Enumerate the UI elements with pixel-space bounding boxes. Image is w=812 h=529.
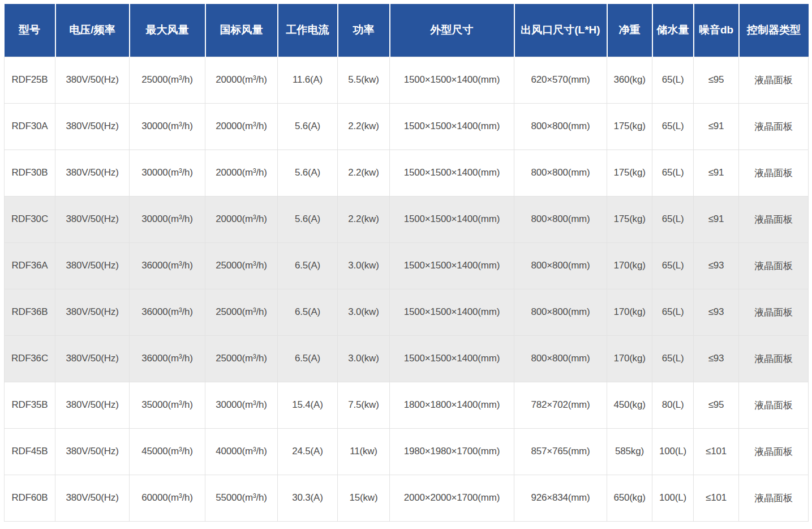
- header-cell-3: 国标风量: [205, 4, 278, 57]
- table-cell: 450(kg): [607, 382, 652, 428]
- table-cell: ≤95: [694, 382, 739, 428]
- table-cell: 25000(m³/h): [205, 335, 278, 382]
- table-cell: 液晶面板: [739, 428, 809, 475]
- table-cell: 380V/50(Hz): [55, 382, 130, 428]
- table-row: RDF36C380V/50(Hz)36000(m³/h)25000(m³/h)6…: [5, 335, 809, 382]
- table-cell: 800×800(mm): [514, 196, 607, 242]
- table-cell: 液晶面板: [739, 150, 809, 196]
- table-cell: 5.6(A): [278, 196, 338, 242]
- header-cell-10: 噪音db: [694, 4, 739, 57]
- table-cell: 65(L): [652, 335, 694, 382]
- table-row: RDF36B380V/50(Hz)36000(m³/h)25000(m³/h)6…: [5, 289, 809, 335]
- spec-table-container: 型号电压/频率最大风量国标风量工作电流功率外型尺寸出风口尺寸(L*H)净重储水量…: [0, 0, 812, 526]
- table-cell: 5.5(kw): [338, 57, 390, 103]
- table-cell: 60000(m³/h): [130, 475, 205, 521]
- table-cell: ≤91: [694, 150, 739, 196]
- table-cell: 380V/50(Hz): [55, 57, 130, 103]
- table-cell: 30000(m³/h): [130, 196, 205, 242]
- table-cell: 30000(m³/h): [205, 382, 278, 428]
- table-cell: 30000(m³/h): [130, 150, 205, 196]
- table-cell: 2.2(kw): [338, 150, 390, 196]
- table-cell: RDF30A: [5, 103, 55, 150]
- table-cell: ≤91: [694, 103, 739, 150]
- table-cell: 液晶面板: [739, 335, 809, 382]
- table-cell: 11(kw): [338, 428, 390, 475]
- table-cell: ≤93: [694, 242, 739, 289]
- table-cell: 20000(m³/h): [205, 196, 278, 242]
- spec-table-header: 型号电压/频率最大风量国标风量工作电流功率外型尺寸出风口尺寸(L*H)净重储水量…: [5, 4, 809, 57]
- header-row: 型号电压/频率最大风量国标风量工作电流功率外型尺寸出风口尺寸(L*H)净重储水量…: [5, 4, 809, 57]
- spec-table-body: RDF25B380V/50(Hz)25000(m³/h)20000(m³/h)1…: [5, 57, 809, 521]
- table-cell: 3.0(kw): [338, 242, 390, 289]
- table-cell: 11.6(A): [278, 57, 338, 103]
- table-cell: 650(kg): [607, 475, 652, 521]
- table-cell: 5.6(A): [278, 103, 338, 150]
- table-cell: 20000(m³/h): [205, 150, 278, 196]
- table-cell: 100(L): [652, 428, 694, 475]
- table-cell: 65(L): [652, 57, 694, 103]
- table-cell: 380V/50(Hz): [55, 103, 130, 150]
- table-cell: 380V/50(Hz): [55, 289, 130, 335]
- table-cell: 5.6(A): [278, 150, 338, 196]
- table-cell: RDF30C: [5, 196, 55, 242]
- table-cell: 857×765(mm): [514, 428, 607, 475]
- table-cell: 782×702(mm): [514, 382, 607, 428]
- table-cell: 25000(m³/h): [205, 289, 278, 335]
- table-cell: 液晶面板: [739, 289, 809, 335]
- table-cell: 2.2(kw): [338, 196, 390, 242]
- table-cell: 液晶面板: [739, 242, 809, 289]
- table-cell: 65(L): [652, 289, 694, 335]
- table-cell: 1500×1500×1400(mm): [390, 335, 514, 382]
- table-cell: 液晶面板: [739, 196, 809, 242]
- table-cell: 40000(m³/h): [205, 428, 278, 475]
- table-cell: 6.5(A): [278, 289, 338, 335]
- table-cell: 1500×1500×1400(mm): [390, 150, 514, 196]
- table-cell: 36000(m³/h): [130, 289, 205, 335]
- table-cell: RDF25B: [5, 57, 55, 103]
- table-cell: 25000(m³/h): [130, 57, 205, 103]
- table-row: RDF60B380V/50(Hz)60000(m³/h)55000(m³/h)3…: [5, 475, 809, 521]
- table-cell: 15(kw): [338, 475, 390, 521]
- table-cell: 380V/50(Hz): [55, 335, 130, 382]
- table-cell: 3.0(kw): [338, 335, 390, 382]
- table-cell: 3.0(kw): [338, 289, 390, 335]
- header-cell-6: 外型尺寸: [390, 4, 514, 57]
- table-cell: 380V/50(Hz): [55, 475, 130, 521]
- table-cell: 65(L): [652, 242, 694, 289]
- table-cell: 液晶面板: [739, 103, 809, 150]
- table-cell: 585kg): [607, 428, 652, 475]
- table-cell: 30000(m³/h): [130, 103, 205, 150]
- table-cell: 2000×2000×1700(mm): [390, 475, 514, 521]
- table-cell: ≤95: [694, 57, 739, 103]
- header-cell-7: 出风口尺寸(L*H): [514, 4, 607, 57]
- table-cell: 170(kg): [607, 242, 652, 289]
- table-row: RDF25B380V/50(Hz)25000(m³/h)20000(m³/h)1…: [5, 57, 809, 103]
- table-row: RDF30C380V/50(Hz)30000(m³/h)20000(m³/h)5…: [5, 196, 809, 242]
- table-cell: 35000(m³/h): [130, 382, 205, 428]
- table-cell: 175(kg): [607, 103, 652, 150]
- table-cell: 7.5(kw): [338, 382, 390, 428]
- table-cell: 175(kg): [607, 196, 652, 242]
- table-cell: 20000(m³/h): [205, 103, 278, 150]
- table-cell: 2.2(kw): [338, 103, 390, 150]
- table-cell: RDF36C: [5, 335, 55, 382]
- table-cell: 800×800(mm): [514, 242, 607, 289]
- header-cell-1: 电压/频率: [55, 4, 130, 57]
- header-cell-9: 储水量: [652, 4, 694, 57]
- table-cell: 6.5(A): [278, 335, 338, 382]
- table-cell: 15.4(A): [278, 382, 338, 428]
- table-row: RDF45B380V/50(Hz)45000(m³/h)40000(m³/h)2…: [5, 428, 809, 475]
- table-cell: RDF60B: [5, 475, 55, 521]
- table-cell: 65(L): [652, 103, 694, 150]
- table-cell: 175(kg): [607, 150, 652, 196]
- header-cell-11: 控制器类型: [739, 4, 809, 57]
- table-cell: 1500×1500×1400(mm): [390, 103, 514, 150]
- header-cell-8: 净重: [607, 4, 652, 57]
- table-cell: 380V/50(Hz): [55, 150, 130, 196]
- table-cell: 65(L): [652, 150, 694, 196]
- table-cell: 800×800(mm): [514, 103, 607, 150]
- table-cell: 80(L): [652, 382, 694, 428]
- table-cell: 1500×1500×1400(mm): [390, 57, 514, 103]
- table-cell: 800×800(mm): [514, 289, 607, 335]
- table-cell: 926×834(mm): [514, 475, 607, 521]
